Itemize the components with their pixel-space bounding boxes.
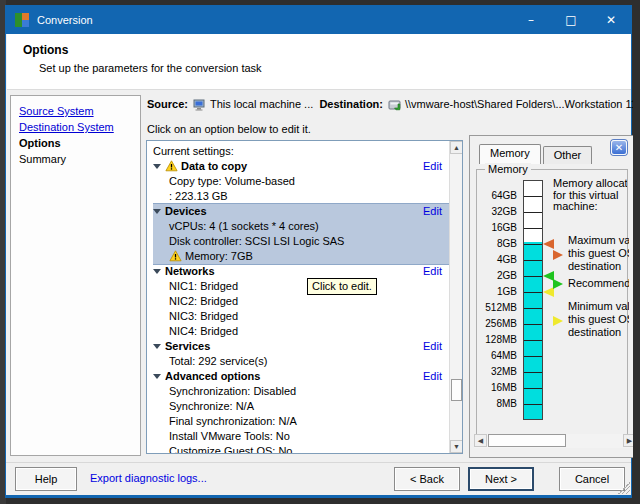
next-button[interactable]: Next > — [468, 467, 534, 491]
tick-mark — [524, 388, 542, 389]
destination-label: Destination: — [319, 98, 383, 110]
settings-rows: Current settings:Data to copyEditCopy ty… — [147, 141, 449, 453]
panel-horizontal-scrollbar[interactable]: ◀ ▶ — [474, 434, 633, 448]
title-bar: Conversion – □ ✕ — [6, 6, 631, 34]
back-button[interactable]: < Back — [394, 467, 460, 491]
section-header[interactable]: NetworksEdit — [153, 264, 449, 279]
wizard-steps-sidebar: Source SystemDestination SystemOptionsSu… — [10, 95, 141, 456]
tab-memory[interactable]: Memory — [479, 144, 541, 164]
tick-label-64gb: 64GB — [477, 190, 517, 201]
tick-mark — [524, 212, 542, 213]
scroll-down-icon[interactable]: ▼ — [450, 440, 463, 453]
settings-vertical-scrollbar[interactable]: ▲ ▼ — [449, 141, 462, 453]
maximum-legend-icon — [553, 250, 563, 260]
memory-note: Memory allocatedfor this virtualmachine: — [553, 178, 627, 213]
sidebar-item-options[interactable]: Options — [19, 135, 140, 151]
setting-row: Disk controller: SCSI LSI Logic SAS — [153, 234, 449, 249]
minimum-legend-icon — [553, 316, 563, 326]
collapse-triangle-icon[interactable] — [153, 344, 161, 349]
resize-grip[interactable] — [618, 482, 630, 494]
help-button[interactable]: Help — [15, 467, 77, 491]
section-label: Networks — [165, 265, 215, 277]
setting-row: Final synchronization: N/A — [153, 414, 449, 429]
scroll-left-icon[interactable]: ◀ — [474, 434, 487, 447]
button-bar: Help Export diagnostic logs... < Back Ne… — [6, 462, 631, 495]
legend-item-maximum: Maximum valuethis guest OSdestination — [553, 234, 629, 273]
hscrollbar-thumb[interactable] — [488, 434, 566, 447]
tick-mark — [524, 244, 542, 245]
edit-link[interactable]: Edit — [423, 369, 442, 384]
scroll-up-icon[interactable]: ▲ — [450, 141, 463, 154]
tick-mark — [524, 276, 542, 277]
window-title: Conversion — [37, 14, 93, 26]
tick-label-8mb: 8MB — [477, 398, 517, 409]
page-title: Options — [23, 43, 68, 57]
legend-line: destination — [568, 326, 629, 339]
legend-text: Minimum valuethis guest OSdestination — [568, 300, 629, 339]
section-header[interactable]: DevicesEdit — [153, 204, 449, 219]
tick-mark — [524, 404, 542, 405]
close-icon[interactable]: ✕ — [591, 6, 631, 34]
collapse-triangle-icon[interactable] — [153, 209, 161, 214]
memory-scale-bar — [523, 180, 543, 420]
section-label: Devices — [165, 205, 207, 217]
section-label: Services — [165, 340, 210, 352]
section-header[interactable]: Advanced optionsEdit — [153, 369, 449, 384]
warning-icon — [169, 250, 182, 262]
minimize-icon[interactable]: – — [511, 6, 551, 34]
tick-label-64mb: 64MB — [477, 350, 517, 361]
collapse-triangle-icon[interactable] — [153, 374, 161, 379]
tick-label-512mb: 512MB — [477, 302, 517, 313]
collapse-triangle-icon[interactable] — [153, 164, 161, 169]
tick-mark — [524, 372, 542, 373]
tick-label-256mb: 256MB — [477, 318, 517, 329]
cancel-button[interactable]: Cancel — [559, 467, 625, 491]
edit-hint-text: Click on an option below to edit it. — [147, 123, 311, 135]
legend-line: this guest OS — [568, 247, 629, 260]
sidebar-item-source-system[interactable]: Source System — [19, 103, 140, 119]
section-header[interactable]: ServicesEdit — [153, 339, 449, 354]
conversion-dialog: Conversion – □ ✕ Options Set up the para… — [5, 5, 632, 498]
tick-mark — [524, 356, 542, 357]
legend-item-recommended: Recommended — [553, 277, 629, 290]
setting-row: Copy type: Volume-based — [153, 174, 449, 189]
settings-section-networks: NetworksEditNIC1: BridgedNIC2: BridgedNI… — [153, 264, 449, 339]
sidebar-item-summary[interactable]: Summary — [19, 151, 140, 167]
current-settings-list: Current settings:Data to copyEditCopy ty… — [146, 140, 463, 454]
destination-disk-icon — [388, 99, 401, 113]
tick-label-32mb: 32MB — [477, 366, 517, 377]
section-header[interactable]: Data to copyEdit — [153, 159, 449, 174]
legend-text: Maximum valuethis guest OSdestination — [568, 234, 629, 273]
tick-label-4gb: 4GB — [477, 254, 517, 265]
source-value: This local machine ... — [210, 98, 313, 110]
maximize-icon[interactable]: □ — [551, 6, 591, 34]
warning-icon — [165, 160, 178, 172]
collapse-triangle-icon[interactable] — [153, 269, 161, 274]
edit-link[interactable]: Edit — [423, 159, 442, 174]
click-to-edit-tooltip: Click to edit. — [307, 278, 377, 295]
section-label: Advanced options — [165, 370, 260, 382]
scrollbar-thumb[interactable] — [451, 379, 462, 401]
app-icon — [15, 13, 29, 27]
setting-row: Synchronization: Disabled — [153, 384, 449, 399]
scroll-right-icon[interactable]: ▶ — [623, 434, 633, 447]
setting-row: NIC2: Bridged — [153, 294, 449, 309]
tab-other[interactable]: Other — [543, 146, 593, 164]
panel-tabs: MemoryOther — [479, 143, 594, 164]
tick-mark — [524, 292, 542, 293]
memory-tick-labels: 64GB32GB16GB8GB4GB2GB1GB512MB256MB128MB6… — [477, 180, 520, 420]
sidebar-item-destination-system[interactable]: Destination System — [19, 119, 140, 135]
export-diagnostic-logs-link[interactable]: Export diagnostic logs... — [90, 472, 207, 484]
settings-list-title: Current settings: — [153, 144, 449, 159]
tick-label-2gb: 2GB — [477, 270, 517, 281]
setting-row: Total: 292 service(s) — [153, 354, 449, 369]
tick-label-16mb: 16MB — [477, 382, 517, 393]
legend-line: this guest OS — [568, 313, 629, 326]
edit-link[interactable]: Edit — [423, 264, 442, 279]
computer-icon — [193, 99, 206, 113]
edit-link[interactable]: Edit — [423, 339, 442, 354]
edit-link[interactable]: Edit — [423, 204, 442, 219]
section-label: Data to copy — [181, 160, 247, 172]
panel-close-icon[interactable]: ✕ — [611, 140, 627, 155]
source-label: Source: — [147, 98, 188, 110]
